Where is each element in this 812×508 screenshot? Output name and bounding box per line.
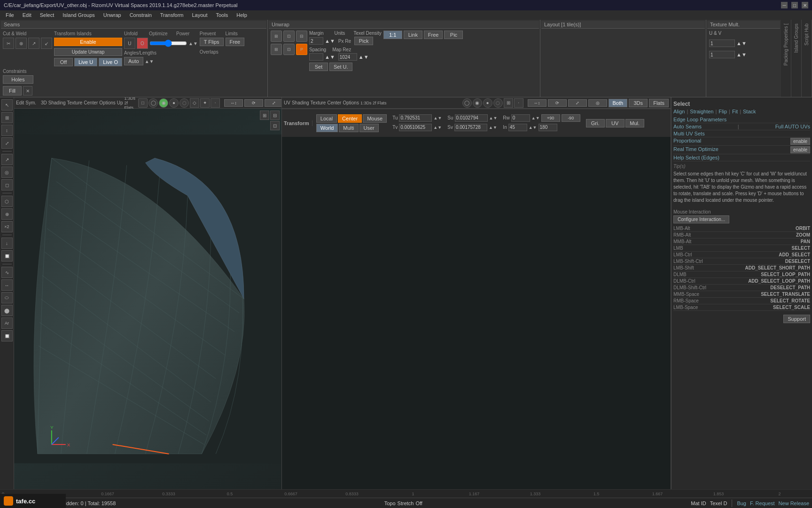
circle-tool[interactable]: ⬤ <box>1 305 13 316</box>
ratio-button[interactable]: 1:1 <box>383 31 402 39</box>
uv-btn[interactable]: UV <box>606 119 625 127</box>
uv-solid-icon[interactable]: ◉ <box>473 98 482 108</box>
world-btn[interactable]: World <box>316 124 338 132</box>
grid-tool[interactable]: 🔲 <box>1 250 13 262</box>
menu-select[interactable]: Select <box>36 11 58 19</box>
real-time-enable-btn[interactable]: enable <box>790 146 810 153</box>
full-auto-uvs-link[interactable]: Full AUTO UVs <box>775 124 810 129</box>
close-button[interactable]: ✕ <box>802 2 808 8</box>
power-slider[interactable] <box>149 40 187 47</box>
menu-tools[interactable]: Tools <box>212 11 232 19</box>
support-btn[interactable]: Support <box>783 315 810 323</box>
menu-constrain[interactable]: Constrain <box>126 11 156 19</box>
mul-btn[interactable]: Mul. <box>625 119 644 127</box>
3d-icon-3[interactable]: ⊡ <box>270 121 280 130</box>
x2-tool[interactable]: ×2 <box>1 221 13 232</box>
3d-move-btn[interactable]: ↔↕ <box>224 99 243 107</box>
texture-v-input[interactable] <box>709 51 735 58</box>
link-button[interactable]: Link <box>404 31 422 39</box>
uv-both-btn[interactable]: Both <box>609 99 628 107</box>
local-btn[interactable]: Local <box>316 114 337 123</box>
3d-wire2-icon[interactable]: ◌ <box>180 98 189 108</box>
uv-grid-icon[interactable]: ⊞ <box>504 98 513 108</box>
rw-input[interactable] <box>511 114 530 122</box>
3d-cross-icon[interactable]: ✦ <box>200 98 210 108</box>
mouse-btn[interactable]: Mouse <box>363 114 387 123</box>
arrow-tool[interactable]: ↔ <box>1 279 13 291</box>
configure-btn[interactable]: Configure Interaction... <box>673 215 729 223</box>
hex-tool[interactable]: ⬡ <box>1 196 13 207</box>
3d-dot-icon[interactable]: · <box>211 98 220 108</box>
texture-u-input[interactable] <box>709 40 735 47</box>
move-tool[interactable]: ⊞ <box>1 112 13 123</box>
multi-btn[interactable]: Multi <box>339 124 358 132</box>
rect-tool[interactable]: ◻ <box>1 179 13 190</box>
3d-rot-btn[interactable]: ⟳ <box>244 99 263 107</box>
3d-mesh-view[interactable]: X Y ⊞ ⊟ ⊡ <box>14 109 281 489</box>
holes-button[interactable]: Holes <box>3 75 33 84</box>
3d-icon-1[interactable]: ⊞ <box>260 111 269 120</box>
ellipse-tool[interactable]: ⬭ <box>1 292 13 303</box>
multi-uv-sets-link[interactable]: Multi UV Sets <box>673 131 705 136</box>
live-o-button[interactable]: Live O <box>99 58 122 66</box>
3d-icon-2[interactable]: ⊟ <box>270 111 280 120</box>
unfold-icon[interactable]: U <box>124 38 135 49</box>
uv-paint-btn[interactable]: ◎ <box>588 99 607 107</box>
stack-link[interactable]: Stack <box>743 109 756 114</box>
uv-flats-btn[interactable]: Flats <box>649 99 669 107</box>
pack-icon-2[interactable]: ⊡ <box>283 31 295 42</box>
bug-link[interactable]: Bug <box>737 500 746 506</box>
user-btn[interactable]: User <box>359 124 379 132</box>
rotate-tool[interactable]: ↕ <box>1 125 13 136</box>
minimize-button[interactable]: ─ <box>781 2 788 8</box>
3d-flat-icon[interactable]: ◉ <box>159 98 168 108</box>
3d-diamond-icon[interactable]: ◇ <box>190 98 199 108</box>
straighten-link[interactable]: Straighten <box>690 109 713 114</box>
select-tool[interactable]: ↖ <box>1 99 13 111</box>
menu-transform[interactable]: Transform <box>156 11 187 19</box>
cut2-icon[interactable]: ↗ <box>28 38 39 49</box>
gri-btn[interactable]: Gri. <box>586 119 605 127</box>
auto-button[interactable]: Auto <box>124 57 143 65</box>
uv-wire-icon[interactable]: ◯ <box>462 98 472 108</box>
help-select-edges-link[interactable]: Help Select (Edges) <box>673 155 719 160</box>
uv-3ds-btn[interactable]: 3Ds <box>629 99 648 107</box>
f-request-link[interactable]: F. Request <box>750 500 775 506</box>
plus-90-btn[interactable]: +90 <box>541 114 560 122</box>
plus-tool[interactable]: ⊕ <box>1 208 13 220</box>
pack-icon-6[interactable]: P <box>296 44 307 55</box>
su-input[interactable] <box>455 114 488 122</box>
live-u-button[interactable]: Live U <box>74 58 97 66</box>
cut-icon[interactable]: ✂ <box>3 38 14 49</box>
weld-icon[interactable]: ⊛ <box>16 38 27 49</box>
uv-rot-btn[interactable]: ⟳ <box>548 99 567 107</box>
uv-gizmo-btn[interactable]: ↔↕ <box>528 99 547 107</box>
update-unwrap-button[interactable]: Update Unwrap <box>54 48 122 56</box>
map-rez-input[interactable] <box>338 53 357 61</box>
free3-button[interactable]: Free <box>424 31 443 39</box>
paint-tool[interactable]: ◎ <box>1 167 13 178</box>
menu-island-groups[interactable]: Island Groups <box>59 11 98 19</box>
tv-input[interactable] <box>399 124 432 131</box>
set-u-button[interactable]: Set U. <box>329 63 352 71</box>
margin-value-input[interactable] <box>309 37 323 45</box>
3d-viewport-content[interactable]: X Y ⊞ ⊟ ⊡ <box>14 109 281 489</box>
area-tool[interactable]: Ar <box>1 318 13 329</box>
proportional-link[interactable]: Proportional <box>673 138 701 145</box>
enable-button[interactable]: Enable <box>54 38 122 46</box>
real-time-opt-link[interactable]: Real Time Optimize <box>673 146 718 153</box>
frame-tool[interactable]: 🔲 <box>1 330 13 341</box>
pick-button[interactable]: Pick <box>354 37 373 45</box>
weld2-icon[interactable]: ↙ <box>41 38 52 49</box>
wave-tool[interactable]: ∿ <box>1 267 13 278</box>
menu-unwrap[interactable]: Unwrap <box>100 11 125 19</box>
3d-wireframe-icon[interactable]: □ <box>138 98 148 108</box>
optimize-icon[interactable]: O <box>137 38 148 49</box>
menu-file[interactable]: File <box>2 11 18 19</box>
tu-input[interactable] <box>399 114 432 122</box>
pack-icon-5[interactable]: ⊡ <box>283 44 295 55</box>
uv-flat-icon[interactable]: ● <box>483 98 492 108</box>
3d-scale-btn[interactable]: ⤢ <box>265 99 282 107</box>
menu-edit[interactable]: Edit <box>19 11 35 19</box>
align-link[interactable]: Align <box>673 109 685 114</box>
